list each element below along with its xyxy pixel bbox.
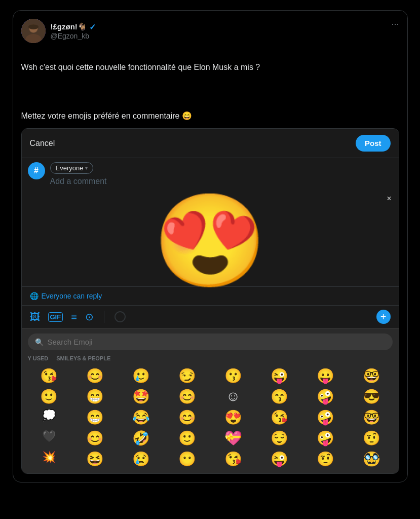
compose-panel: Cancel Post # Everyone ▾ Add a comment xyxy=(22,129,399,473)
display-name: !£gzøn!🐐 ✓ xyxy=(51,22,96,32)
tweet-header-left: !£gzøn!🐐 ✓ @Egzon_kb xyxy=(21,19,96,43)
tweet-card: !£gzøn!🐐 ✓ @Egzon_kb ··· Wsh c'est quoi … xyxy=(13,10,408,483)
globe-icon: 🌐 xyxy=(30,292,39,300)
emoji-cell[interactable]: 😎 xyxy=(350,387,394,406)
emoji-cell[interactable]: 😁 xyxy=(73,387,117,406)
emoji-grid: 😘 😊 🥲 😏 😗 😜 😛 🤓 🙂 😁 🤩 😊 ☺️ 😙 🤪 xyxy=(22,364,399,473)
tweet-header: !£gzøn!🐐 ✓ @Egzon_kb ··· xyxy=(21,19,399,43)
emoji-cell[interactable]: 🙂 xyxy=(165,429,209,448)
emoji-cell[interactable]: 🥸 xyxy=(350,450,394,468)
progress-circle xyxy=(114,311,126,322)
search-icon: 🔍 xyxy=(35,338,44,346)
emoji-cell[interactable]: 😌 xyxy=(257,429,301,448)
everyone-can-reply-label: Everyone can reply xyxy=(42,292,102,300)
emoji-cell[interactable]: 🤩 xyxy=(119,387,163,406)
emoji-cell[interactable]: 🤪 xyxy=(303,429,348,448)
emoji-cell[interactable]: 😘 xyxy=(257,408,301,427)
tweet-line2: Mettez votre emojis préféré en commentai… xyxy=(21,112,192,120)
category-smileys: SMILEYS & PEOPLE xyxy=(56,355,110,361)
cancel-button[interactable]: Cancel xyxy=(30,139,55,148)
emoji-cell[interactable]: ☺️ xyxy=(211,387,255,406)
emoji-cell[interactable]: 🙂 xyxy=(27,387,71,406)
emoji-cell[interactable]: 😗 xyxy=(211,366,255,385)
image-icon[interactable]: 🖼 xyxy=(30,311,40,323)
emoji-cell[interactable]: 🤓 xyxy=(350,366,394,385)
emoji-cell[interactable]: 😜 xyxy=(257,366,301,385)
list-icon[interactable]: ≡ xyxy=(71,311,77,323)
toolbar-divider xyxy=(104,311,104,323)
chevron-down-icon: ▾ xyxy=(85,165,88,171)
emoji-cell[interactable]: 🤓 xyxy=(350,408,394,427)
gif-icon[interactable]: GIF xyxy=(48,312,63,322)
emoji-cell[interactable]: 😙 xyxy=(257,387,301,406)
emoji-picker: 🔍 Y USED SMILEYS & PEOPLE 😘 😊 🥲 😏 😗 xyxy=(22,328,399,473)
emoji-cell[interactable]: 😊 xyxy=(73,366,117,385)
emoji-cell[interactable]: 😛 xyxy=(303,366,348,385)
category-recently-used: Y USED xyxy=(28,355,49,361)
emoji-large-display: × 😍 xyxy=(22,190,399,286)
everyone-dropdown[interactable]: Everyone ▾ xyxy=(50,162,94,174)
compose-body: # Everyone ▾ Add a comment xyxy=(22,158,399,190)
emoji-cell[interactable]: 😊 xyxy=(165,408,209,427)
large-emoji: 😍 xyxy=(22,195,399,286)
emoji-categories-labels: Y USED SMILEYS & PEOPLE xyxy=(22,355,399,364)
close-icon[interactable]: × xyxy=(387,194,391,203)
emoji-cell[interactable]: 😆 xyxy=(73,450,117,468)
emoji-cell[interactable]: 🤣 xyxy=(119,429,163,448)
emoji-cell[interactable]: 😂 xyxy=(119,408,163,427)
emoji-cell[interactable]: 💥 xyxy=(27,450,71,468)
toolbar-row: 🖼 GIF ≡ ⊙ + xyxy=(22,306,399,328)
emoji-cell[interactable]: 🥲 xyxy=(119,366,163,385)
tweet-image-container: Cancel Post # Everyone ▾ Add a comment xyxy=(21,128,399,474)
add-comment-placeholder[interactable]: Add a comment xyxy=(50,177,391,186)
emoji-cell[interactable]: 😢 xyxy=(119,450,163,468)
more-options-icon[interactable]: ··· xyxy=(391,19,399,29)
svg-point-4 xyxy=(28,24,39,29)
emoji-cell[interactable]: 😊 xyxy=(165,387,209,406)
emoji-cell[interactable]: 😶 xyxy=(165,450,209,468)
emoji-cell[interactable]: 😁 xyxy=(73,408,117,427)
emoji-cell[interactable]: 😘 xyxy=(27,366,71,385)
emoji-search-bar: 🔍 xyxy=(28,333,393,350)
username-display: !£gzøn!🐐 xyxy=(51,22,87,31)
emoji-cell[interactable]: 😏 xyxy=(165,366,209,385)
emoji-cell[interactable]: 🤪 xyxy=(303,408,348,427)
emoji-cell[interactable]: 🖤 xyxy=(27,429,71,448)
post-button[interactable]: Post xyxy=(356,135,391,152)
hashtag-circle: # xyxy=(28,162,45,179)
location-icon[interactable]: ⊙ xyxy=(85,311,94,323)
tweet-text: Wsh c'est quoi cette nouvelle fonctionna… xyxy=(21,49,399,122)
user-info: !£gzøn!🐐 ✓ @Egzon_kb xyxy=(51,22,96,40)
add-content-button[interactable]: + xyxy=(376,310,391,324)
emoji-cell[interactable]: 😍 xyxy=(211,408,255,427)
everyone-label: Everyone xyxy=(56,164,84,172)
emoji-cell[interactable]: 😜 xyxy=(257,450,301,468)
verified-badge: ✓ xyxy=(89,22,96,32)
emoji-search-input[interactable] xyxy=(48,338,386,346)
emoji-cell[interactable]: 😊 xyxy=(73,429,117,448)
compose-right: Everyone ▾ Add a comment xyxy=(50,162,391,186)
compose-top-bar: Cancel Post xyxy=(22,129,399,158)
emoji-cell[interactable]: 💭 xyxy=(27,408,71,427)
username-handle: @Egzon_kb xyxy=(51,32,96,40)
emoji-cell[interactable]: 🤨 xyxy=(303,450,348,468)
emoji-cell[interactable]: 💝 xyxy=(211,429,255,448)
emoji-cell[interactable]: 😘 xyxy=(211,450,255,468)
emoji-cell[interactable]: 🤪 xyxy=(303,387,348,406)
tweet-line1: Wsh c'est quoi cette nouvelle fonctionna… xyxy=(21,63,260,71)
avatar[interactable] xyxy=(21,19,46,43)
hashtag-symbol: # xyxy=(34,166,39,175)
emoji-cell[interactable]: 🤨 xyxy=(350,429,394,448)
